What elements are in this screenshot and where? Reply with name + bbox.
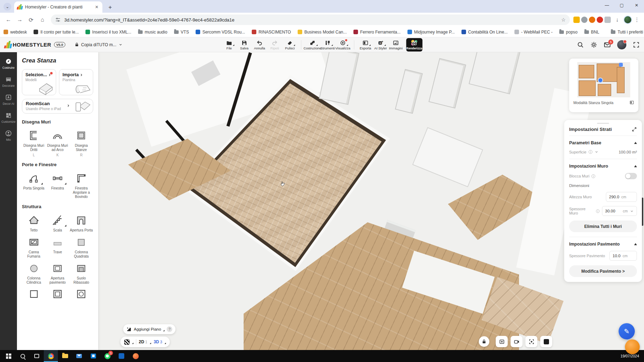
taskbar-app-blue[interactable] xyxy=(114,350,129,362)
bookmark-item[interactable]: Business Model Can... xyxy=(298,30,347,35)
bookmark-item[interactable]: popso xyxy=(559,30,578,35)
minimap-floorplan[interactable] xyxy=(577,62,630,97)
toolbar-button[interactable]: File xyxy=(222,40,237,50)
tool-item[interactable]: Finestra xyxy=(46,171,69,199)
minimap-card[interactable]: Modalità Stanza Singola xyxy=(569,59,638,112)
wall-thickness-input[interactable]: 30.00 cm xyxy=(602,206,637,216)
tool-item[interactable]: Colonna Cilindrica xyxy=(22,261,46,285)
rail-item[interactable]: Costruire xyxy=(0,56,17,71)
taskbar-search[interactable] xyxy=(16,350,30,362)
address-bar[interactable]: 3d.homestyler.com/?lang=it_IT&assetId=2c… xyxy=(51,14,570,25)
roomscan-card[interactable]: RoomScan Usando iPhone o iPad xyxy=(22,99,93,114)
help-icon[interactable]: ? xyxy=(167,326,172,332)
taskbar-store[interactable] xyxy=(86,350,100,362)
feedback-chat-button[interactable]: ✎ xyxy=(619,323,635,339)
model-search-icon[interactable] xyxy=(577,41,584,48)
base-params-section-header[interactable]: Parametri Base xyxy=(569,140,637,145)
wall-height-input[interactable]: 290.0 cm xyxy=(606,192,637,202)
floor-pattern-icon[interactable] xyxy=(124,339,130,345)
tool-item[interactable]: Disegna Stanze R xyxy=(70,128,93,157)
extension-gray-icon[interactable] xyxy=(581,17,588,23)
taskbar-app-orange[interactable] xyxy=(129,350,143,362)
bookmark-star-icon[interactable]: ☆ xyxy=(561,17,566,23)
tool-item[interactable]: Porta Singola xyxy=(22,171,46,199)
bookmark-item[interactable]: RINASCIMENTO xyxy=(252,30,291,35)
mode-3d-button[interactable]: 3D 3 xyxy=(154,339,162,344)
rail-item[interactable]: Customize xyxy=(0,110,17,125)
tool-item[interactable]: Finestra Angolare a Bovindo xyxy=(70,171,93,199)
info-icon[interactable] xyxy=(596,209,600,213)
chrome-menu-icon[interactable]: ⋮ xyxy=(633,17,640,23)
tool-item[interactable] xyxy=(46,288,69,302)
screenshot-button[interactable] xyxy=(525,336,537,347)
toolbar-button[interactable]: Immagini xyxy=(388,40,404,50)
start-button[interactable] xyxy=(1,350,16,362)
rail-item[interactable]: Decorare xyxy=(0,74,17,89)
bookmark-item[interactable]: Contabilità On Line... xyxy=(461,30,508,35)
bookmark-item[interactable]: VTS xyxy=(174,30,189,35)
tool-item[interactable]: Disegna Muri ad Arco K xyxy=(46,128,69,157)
bookmark-item[interactable]: music audio xyxy=(138,30,167,35)
mode-2d-button[interactable]: 2D 1 xyxy=(139,339,147,344)
toolbar-button[interactable]: Pulisci xyxy=(282,40,298,50)
rail-item[interactable]: Mio xyxy=(0,128,17,143)
toolbar-button[interactable]: Annulla xyxy=(252,40,267,50)
chevron-down-icon[interactable] xyxy=(630,209,634,213)
tool-item[interactable]: Canna Fumaria xyxy=(22,235,46,259)
taskbar-chrome[interactable] xyxy=(44,350,58,362)
tool-item[interactable]: Scala xyxy=(46,213,69,233)
taskbar-date[interactable]: 19/07/2024 xyxy=(620,354,643,358)
tab-close-icon[interactable]: ✕ xyxy=(94,4,100,10)
bookmark-item[interactable]: Il conto per tutte le... xyxy=(34,30,79,35)
black-frame-button[interactable] xyxy=(540,336,552,347)
tool-item[interactable] xyxy=(22,288,46,302)
tool-item[interactable] xyxy=(70,288,93,302)
bookmark-item[interactable]: Sercomm VDSL Rou... xyxy=(196,30,245,35)
tab-search-icon[interactable]: ⌄ xyxy=(4,3,11,11)
close-button[interactable]: ✕ xyxy=(629,0,644,11)
walkthrough-button[interactable] xyxy=(511,336,523,347)
extension-red-icon[interactable] xyxy=(597,17,603,23)
task-view-button[interactable] xyxy=(30,350,44,362)
home-button[interactable]: ⌂ xyxy=(37,15,47,25)
toolbar-button[interactable]: Strumenti xyxy=(320,40,335,50)
edit-floor-button[interactable]: Modifica Pavimento > xyxy=(569,265,637,277)
reload-button[interactable]: ⟳ xyxy=(26,15,36,25)
drag-handle[interactable] xyxy=(597,123,609,124)
bookmark-item[interactable]: Ferrero Ferramenta... xyxy=(353,30,401,35)
extension-yellow-icon[interactable] xyxy=(573,17,580,23)
minimize-button[interactable]: — xyxy=(600,0,614,11)
project-name-menu[interactable]: Copia diTUTO m... xyxy=(74,42,123,47)
tool-item[interactable]: Disegna Muri Dritti L xyxy=(22,128,46,157)
bookmark-item[interactable]: - WebMail PEC - xyxy=(514,30,553,35)
import-floorplan-card[interactable]: Importa Piantina xyxy=(59,69,93,95)
toolbar-button[interactable]: Salva xyxy=(237,40,252,50)
chevron-down-icon[interactable] xyxy=(595,150,598,154)
extensions-puzzle-icon[interactable] xyxy=(604,17,611,23)
site-info-icon[interactable] xyxy=(55,17,61,23)
camera-view-button[interactable] xyxy=(496,336,508,347)
tool-item[interactable]: Apertura pavimento xyxy=(46,261,69,285)
lock-walls-toggle[interactable] xyxy=(625,173,637,179)
taskbar-mail[interactable] xyxy=(72,350,86,362)
floor-settings-section-header[interactable]: Impostazioni Pavimento xyxy=(569,242,637,247)
expand-panel-icon[interactable] xyxy=(632,127,637,132)
extension-orange-icon[interactable] xyxy=(589,17,595,23)
delete-all-walls-button[interactable]: Elimina Tutti i Muri xyxy=(569,221,637,232)
toolbar-button[interactable]: Esporta xyxy=(358,40,373,50)
taskbar-explorer[interactable] xyxy=(58,350,72,362)
tool-item[interactable]: Apertura Porta xyxy=(70,213,93,233)
info-icon[interactable] xyxy=(591,174,596,179)
maximize-button[interactable]: ▢ xyxy=(614,0,629,11)
lock-view-button[interactable] xyxy=(479,336,489,347)
render-button[interactable]: Renderizza xyxy=(406,38,423,52)
info-icon[interactable] xyxy=(588,150,593,154)
minimap-camera-marker[interactable] xyxy=(598,78,603,83)
bookmark-item[interactable]: Midjourney Image P... xyxy=(407,30,455,35)
fullscreen-icon[interactable] xyxy=(633,41,640,48)
downloads-icon[interactable]: ↓ xyxy=(612,15,622,25)
profile-avatar[interactable] xyxy=(624,16,632,24)
tool-item[interactable]: Tetto xyxy=(22,213,46,233)
toolbar-button[interactable]: Visualizza xyxy=(335,40,351,50)
bookmark-item[interactable]: Inserisci il tuo XML... xyxy=(85,30,131,35)
